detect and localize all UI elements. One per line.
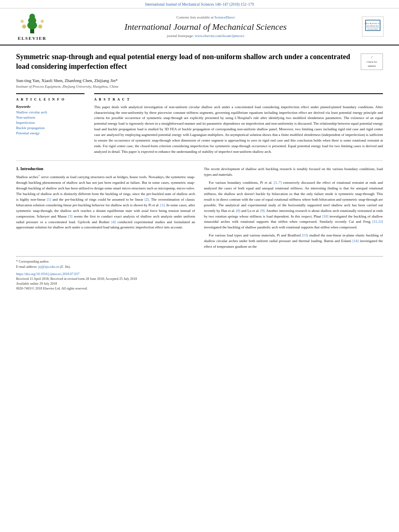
journal-logo-right: MECHANICAL SCIENCES ELSEVIER (355, 16, 391, 36)
check-updates-label: Check for updates (363, 60, 380, 68)
badge-box: ✓ Check for updates (361, 53, 383, 70)
homepage-link[interactable]: www.elsevier.com/locate/ijmecsci (195, 34, 244, 38)
journal-homepage: journal homepage: www.elsevier.com/locat… (60, 34, 351, 38)
top-bar: International Journal of Mechanical Scie… (0, 0, 399, 8)
check-updates-badge: ✓ Check for updates (361, 53, 383, 70)
left-column: 1. Introduction Shallow arches○ serve co… (16, 166, 195, 252)
abstract-title: A B S T R A C T (94, 97, 383, 101)
ref-8[interactable]: [8] (236, 209, 241, 213)
ref-14[interactable]: [14] (352, 239, 358, 243)
article-info-title: A R T I C L E I N F O (16, 97, 84, 101)
journal-logo-box: MECHANICAL SCIENCES ELSEVIER (362, 16, 384, 36)
ref-3[interactable]: [3] (68, 214, 72, 218)
svg-point-5 (38, 25, 42, 29)
article-body: A R T I C L E I N F O Keywords: Shallow … (16, 93, 383, 155)
authors: Sun-ting Yan, Xiaoli Shen, Zhanfeng Chen… (16, 78, 383, 83)
ref-4[interactable]: [4] (111, 220, 116, 224)
abstract-column: A B S T R A C T This paper deals with an… (94, 93, 383, 155)
right-col-text: The recent development of shallow arch b… (204, 166, 383, 250)
keyword-shallow-circular[interactable]: Shallow circular arch (16, 110, 84, 114)
keyword-buckle-propagation[interactable]: Buckle propagation (16, 126, 84, 130)
email-link[interactable]: jzj@zju.edu.cn (38, 265, 59, 269)
main-content: Symmetric snap-through and equal potenti… (0, 45, 399, 298)
svg-point-3 (29, 14, 35, 19)
journal-header: ELSEVIER Contents lists available at Sci… (0, 8, 399, 45)
author-names: Sun-ting Yan, Xiaoli Shen, Zhanfeng Chen… (16, 78, 118, 83)
keyword-non-uniform[interactable]: Non-uniform (16, 115, 84, 119)
ref-13[interactable]: [13] (302, 233, 308, 237)
affiliation: Institute of Process Equipment, Zhejiang… (16, 84, 383, 88)
elsevier-text: ELSEVIER (18, 36, 47, 41)
ref-1[interactable]: [1] (47, 197, 51, 201)
introduction-text: Shallow arches○ serve commonly as load c… (16, 173, 195, 230)
ref-9[interactable]: [9] (260, 209, 265, 213)
article-title-section: Symmetric snap-through and equal potenti… (16, 52, 383, 74)
footnote-section: * Corresponding author. E-mail address: … (16, 256, 383, 290)
article-title: Symmetric snap-through and equal potenti… (16, 52, 356, 72)
svg-point-4 (22, 25, 26, 29)
right-para-1: The recent development of shallow arch b… (204, 166, 383, 178)
article-info-column: A R T I C L E I N F O Keywords: Shallow … (16, 93, 84, 155)
copyright-notice: 0020-7403/© 2018 Elsevier Ltd. All right… (16, 286, 383, 290)
keywords-label: Keywords: (16, 105, 84, 109)
ref-2[interactable]: [2] (145, 197, 149, 201)
right-para-2: For various boundary conditions, Pi et a… (204, 180, 383, 230)
elsevier-tree-icon (18, 12, 46, 35)
sciencedirect-link[interactable]: ScienceDirect (214, 15, 234, 19)
svg-text:MECHANICAL: MECHANICAL (365, 23, 381, 25)
ref-1b[interactable]: [1] (160, 203, 165, 207)
journal-citation: International Journal of Mechanical Scie… (145, 2, 254, 6)
right-column: The recent development of shallow arch b… (204, 166, 383, 252)
email-note: E-mail address: jzj@zju.edu.cn (Z. Jin). (16, 264, 383, 269)
elsevier-logo-section: ELSEVIER (8, 12, 56, 41)
doi-link[interactable]: https://doi.org/10.1016/j.ijmecsci.2018.… (16, 272, 383, 276)
svg-text:ELSEVIER: ELSEVIER (368, 29, 378, 30)
abstract-text: This paper deals with analytical investi… (94, 105, 383, 155)
superscript-curve: ○ (38, 174, 40, 177)
intro-para-1: Shallow arches○ serve commonly as load c… (16, 173, 195, 230)
ref-10[interactable]: [10] (322, 214, 328, 218)
keyword-imperfection[interactable]: Imperfection (16, 121, 84, 125)
journal-title: International Journal of Mechanical Scie… (60, 22, 351, 32)
received-dates: Received 11 April 2018; Received in revi… (16, 277, 383, 281)
journal-header-center: Contents lists available at ScienceDirec… (60, 15, 351, 38)
right-para-3: For various load types and various mater… (204, 233, 383, 250)
svg-text:SCIENCES: SCIENCES (367, 25, 379, 27)
ref-11-12[interactable]: [11,12] (372, 220, 383, 224)
keyword-potential-energy[interactable]: Potential energy (16, 131, 84, 135)
svg-point-6 (21, 20, 24, 23)
section-divider (16, 160, 383, 161)
corresponding-author-note: * Corresponding author. (16, 259, 383, 264)
contents-line: Contents lists available at ScienceDirec… (60, 15, 351, 19)
two-col-section: 1. Introduction Shallow arches○ serve co… (16, 166, 383, 252)
introduction-heading: 1. Introduction (16, 166, 195, 171)
elsevier-logo: ELSEVIER (18, 12, 47, 41)
mech-sciences-logo-icon: MECHANICAL SCIENCES ELSEVIER (365, 19, 381, 31)
ref-5-7[interactable]: [5–7] (274, 181, 282, 185)
svg-point-7 (41, 20, 44, 23)
available-online: Available online 29 July 2018 (16, 281, 383, 286)
